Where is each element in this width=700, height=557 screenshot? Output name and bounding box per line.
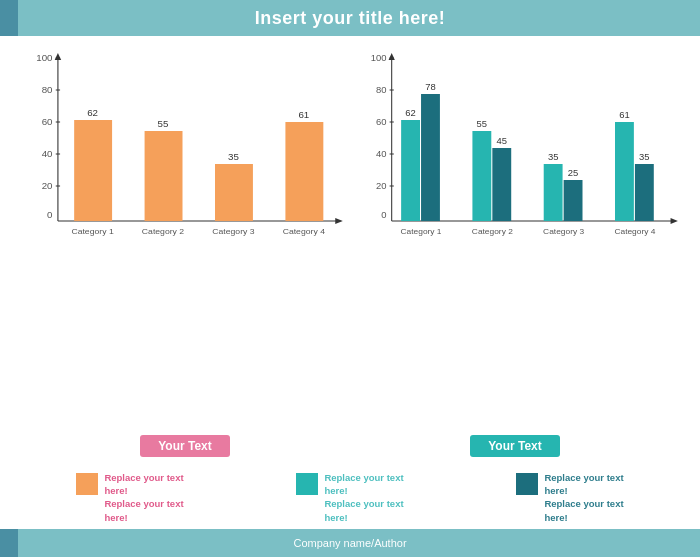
right-badge-container: Your Text bbox=[350, 435, 680, 457]
svg-text:61: 61 bbox=[619, 110, 630, 120]
svg-text:62: 62 bbox=[405, 108, 416, 118]
svg-text:45: 45 bbox=[497, 136, 508, 146]
main-content: 0 20 40 60 80 100 62 Category 1 bbox=[0, 36, 700, 529]
svg-text:60: 60 bbox=[42, 117, 53, 127]
label-color-2 bbox=[296, 473, 318, 495]
svg-text:Category 4: Category 4 bbox=[614, 227, 655, 236]
left-chart-area: 0 20 40 60 80 100 62 Category 1 bbox=[20, 46, 345, 435]
svg-rect-49 bbox=[492, 148, 511, 221]
right-chart-svg: 0 20 40 60 80 100 62 78 bbox=[355, 46, 680, 266]
svg-rect-52 bbox=[544, 164, 563, 221]
svg-marker-30 bbox=[671, 218, 678, 224]
svg-text:62: 62 bbox=[87, 108, 98, 118]
badge-row: Your Text Your Text bbox=[20, 435, 680, 457]
svg-rect-59 bbox=[635, 164, 654, 221]
labels-row: Replace your text here! Replace your tex… bbox=[20, 471, 680, 524]
footer-accent bbox=[0, 529, 18, 557]
svg-rect-57 bbox=[615, 122, 634, 221]
svg-text:55: 55 bbox=[477, 119, 488, 129]
svg-text:100: 100 bbox=[36, 53, 52, 63]
svg-text:Category 1: Category 1 bbox=[401, 227, 442, 236]
label-text-3: Replace your text here! Replace your tex… bbox=[544, 471, 623, 524]
svg-text:35: 35 bbox=[228, 152, 239, 162]
label-item-1: Replace your text here! Replace your tex… bbox=[76, 471, 183, 524]
right-chart-container: 0 20 40 60 80 100 62 78 bbox=[355, 46, 680, 435]
label-text-1: Replace your text here! Replace your tex… bbox=[104, 471, 183, 524]
svg-rect-47 bbox=[472, 131, 491, 221]
right-chart-area: 0 20 40 60 80 100 62 78 bbox=[355, 46, 680, 435]
svg-text:60: 60 bbox=[376, 117, 387, 127]
svg-text:20: 20 bbox=[376, 181, 387, 191]
left-badge: Your Text bbox=[140, 435, 230, 457]
page-title: Insert your title here! bbox=[255, 8, 446, 29]
svg-marker-2 bbox=[55, 53, 62, 60]
svg-marker-3 bbox=[335, 218, 343, 224]
header-accent bbox=[0, 0, 18, 36]
right-badge: Your Text bbox=[470, 435, 560, 457]
svg-text:0: 0 bbox=[47, 210, 52, 220]
svg-text:Category 2: Category 2 bbox=[472, 227, 513, 236]
svg-text:40: 40 bbox=[376, 149, 387, 159]
svg-text:20: 20 bbox=[42, 181, 53, 191]
label-text-2: Replace your text here! Replace your tex… bbox=[324, 471, 403, 524]
svg-text:55: 55 bbox=[158, 119, 169, 129]
charts-row: 0 20 40 60 80 100 62 Category 1 bbox=[20, 46, 680, 435]
left-chart-container: 0 20 40 60 80 100 62 Category 1 bbox=[20, 46, 345, 435]
header: Insert your title here! bbox=[0, 0, 700, 36]
svg-text:78: 78 bbox=[425, 82, 436, 92]
footer-text: Company name/Author bbox=[293, 537, 406, 549]
svg-text:80: 80 bbox=[376, 85, 387, 95]
svg-text:35: 35 bbox=[639, 152, 650, 162]
svg-text:Category 1: Category 1 bbox=[71, 226, 114, 236]
svg-rect-18 bbox=[145, 131, 183, 221]
svg-text:Category 2: Category 2 bbox=[142, 226, 185, 236]
label-item-3: Replace your text here! Replace your tex… bbox=[516, 471, 623, 524]
svg-rect-54 bbox=[564, 180, 583, 221]
svg-text:Category 3: Category 3 bbox=[212, 226, 255, 236]
svg-text:61: 61 bbox=[298, 110, 309, 120]
svg-text:25: 25 bbox=[568, 168, 579, 178]
svg-text:35: 35 bbox=[548, 152, 559, 162]
svg-rect-44 bbox=[421, 94, 440, 221]
svg-text:100: 100 bbox=[371, 53, 387, 63]
svg-rect-42 bbox=[401, 120, 420, 221]
left-chart-svg: 0 20 40 60 80 100 62 Category 1 bbox=[20, 46, 345, 266]
label-color-3 bbox=[516, 473, 538, 495]
svg-text:80: 80 bbox=[42, 85, 53, 95]
svg-text:40: 40 bbox=[42, 149, 53, 159]
svg-rect-21 bbox=[215, 164, 253, 221]
svg-rect-15 bbox=[74, 120, 112, 221]
svg-text:Category 3: Category 3 bbox=[543, 227, 584, 236]
label-item-2: Replace your text here! Replace your tex… bbox=[296, 471, 403, 524]
svg-text:0: 0 bbox=[381, 210, 386, 220]
svg-rect-24 bbox=[285, 122, 323, 221]
footer: Company name/Author bbox=[0, 529, 700, 557]
svg-text:Category 4: Category 4 bbox=[283, 226, 326, 236]
svg-marker-29 bbox=[389, 53, 395, 60]
left-badge-container: Your Text bbox=[20, 435, 350, 457]
label-color-1 bbox=[76, 473, 98, 495]
